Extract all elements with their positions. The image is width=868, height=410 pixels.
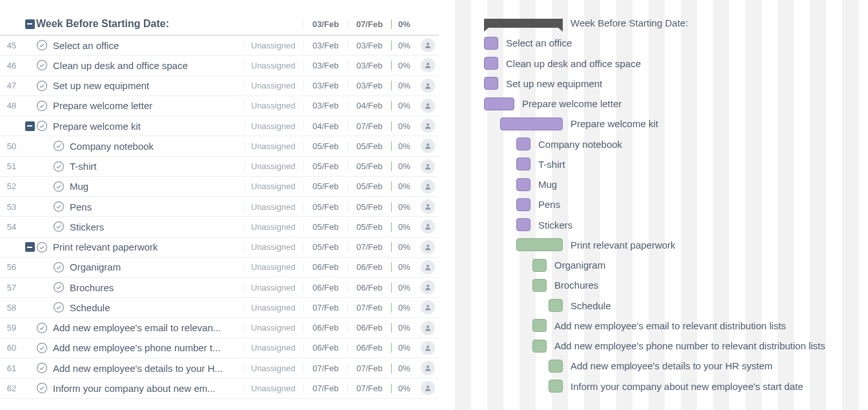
status-check-icon[interactable] [36, 342, 48, 354]
task-row[interactable]: 52MugUnassigned05/Feb05/Feb0% [0, 177, 439, 197]
gantt-bar[interactable] [532, 279, 547, 292]
gantt-bar[interactable] [516, 138, 530, 150]
task-name[interactable]: Mug [70, 181, 244, 192]
gantt-row[interactable]: Inform your company about new employee's… [439, 376, 868, 396]
start-date[interactable]: 06/Feb [303, 323, 347, 333]
status-check-icon[interactable] [36, 80, 48, 92]
task-row[interactable]: 57BrochuresUnassigned06/Feb06/Feb0% [0, 278, 439, 298]
status-check-icon[interactable] [36, 241, 48, 253]
status-check-icon[interactable] [53, 181, 65, 192]
gantt-row[interactable]: T-shirt [439, 154, 868, 174]
progress-cell[interactable]: 0% [391, 101, 417, 110]
status-check-icon[interactable] [36, 322, 48, 334]
gantt-row[interactable]: Company notebook [439, 134, 868, 154]
end-date[interactable]: 03/Feb [347, 61, 391, 70]
gantt-bar[interactable] [549, 380, 563, 393]
start-date[interactable]: 05/Feb [303, 222, 347, 232]
progress-cell[interactable]: 0% [391, 364, 417, 373]
end-date[interactable]: 04/Feb [347, 101, 391, 110]
assignee-avatar-icon[interactable] [421, 341, 435, 355]
gantt-row[interactable]: Schedule [439, 296, 868, 316]
gantt-row[interactable]: Pens [439, 194, 868, 214]
progress-cell[interactable]: 0% [391, 202, 417, 212]
task-row[interactable]: 46Clean up desk and office spaceUnassign… [0, 56, 439, 76]
gantt-bar[interactable] [532, 319, 547, 332]
status-check-icon[interactable] [53, 282, 65, 293]
progress-cell[interactable]: 0% [391, 181, 417, 191]
end-date[interactable]: 05/Feb [347, 181, 391, 191]
task-name[interactable]: Pens [70, 201, 244, 212]
assignee-cell[interactable]: Unassigned [244, 242, 303, 252]
start-date[interactable]: 05/Feb [303, 181, 347, 191]
section-header[interactable]: Week Before Starting Date: 03/Feb 07/Feb… [0, 13, 439, 36]
task-name[interactable]: Add new employee's phone number t... [53, 342, 244, 353]
assignee-avatar-icon[interactable] [421, 381, 435, 395]
progress-cell[interactable]: 0% [391, 81, 417, 90]
start-date[interactable]: 05/Feb [303, 161, 347, 171]
gantt-bar[interactable] [500, 118, 563, 130]
task-row[interactable]: 45Select an officeUnassigned03/Feb03/Feb… [0, 36, 439, 56]
gantt-bar[interactable] [484, 37, 498, 50]
start-date[interactable]: 06/Feb [303, 262, 347, 272]
progress-cell[interactable]: 0% [391, 323, 417, 333]
gantt-row[interactable]: Set up new equipment [439, 74, 868, 94]
assignee-cell[interactable]: Unassigned [244, 283, 303, 292]
status-check-icon[interactable] [36, 39, 48, 51]
status-check-icon[interactable] [36, 382, 48, 394]
assignee-avatar-icon[interactable] [421, 280, 435, 294]
status-check-icon[interactable] [53, 261, 65, 273]
gantt-row[interactable]: Add new employee's phone number to relev… [439, 336, 868, 356]
gantt-bar[interactable] [549, 299, 563, 312]
assignee-cell[interactable]: Unassigned [244, 202, 303, 212]
task-name[interactable]: Set up new equipment [53, 80, 244, 91]
gantt-bar[interactable] [484, 77, 498, 90]
gantt-bar[interactable] [532, 340, 547, 353]
end-date[interactable]: 07/Feb [347, 364, 391, 373]
task-row[interactable]: 58ScheduleUnassigned07/Feb07/Feb0% [0, 298, 439, 318]
gantt-bar[interactable] [516, 178, 530, 191]
start-date[interactable]: 03/Feb [303, 101, 347, 110]
gantt-row[interactable]: Prepare welcome kit [439, 114, 868, 134]
progress-cell[interactable]: 0% [391, 141, 417, 151]
task-row[interactable]: 61Add new employee's details to your H..… [0, 358, 439, 378]
assignee-cell[interactable]: Unassigned [244, 61, 303, 70]
task-row[interactable]: Print relevant paperworkUnassigned05/Feb… [0, 238, 439, 258]
start-date[interactable]: 07/Feb [303, 364, 347, 373]
gantt-bar[interactable] [549, 360, 563, 373]
progress-cell[interactable]: 0% [391, 41, 417, 50]
assignee-avatar-icon[interactable] [421, 58, 435, 72]
task-name[interactable]: Select an office [53, 40, 244, 51]
status-check-icon[interactable] [53, 201, 65, 212]
start-date[interactable]: 03/Feb [303, 41, 347, 50]
assignee-cell[interactable]: Unassigned [244, 343, 303, 353]
task-name[interactable]: Schedule [70, 302, 244, 313]
end-date[interactable]: 07/Feb [347, 242, 391, 252]
gantt-bar[interactable] [484, 97, 514, 110]
assignee-cell[interactable]: Unassigned [244, 161, 303, 171]
status-check-icon[interactable] [36, 120, 48, 132]
assignee-cell[interactable]: Unassigned [244, 81, 303, 90]
assignee-avatar-icon[interactable] [421, 200, 435, 214]
gantt-bar[interactable] [532, 259, 547, 272]
summary-bar[interactable] [484, 19, 563, 28]
end-date[interactable]: 03/Feb [347, 81, 391, 90]
assignee-avatar-icon[interactable] [421, 159, 435, 174]
status-check-icon[interactable] [36, 100, 48, 112]
task-name[interactable]: Add new employee's email to relevan... [53, 322, 244, 333]
start-date[interactable]: 07/Feb [303, 303, 347, 313]
assignee-cell[interactable]: Unassigned [244, 141, 303, 151]
progress-cell[interactable]: 0% [391, 384, 417, 393]
assignee-avatar-icon[interactable] [421, 99, 435, 113]
assignee-avatar-icon[interactable] [421, 321, 435, 335]
end-date[interactable]: 06/Feb [347, 343, 391, 353]
status-check-icon[interactable] [36, 59, 48, 71]
task-row[interactable]: Prepare welcome kitUnassigned04/Feb07/Fe… [0, 116, 439, 136]
assignee-cell[interactable]: Unassigned [244, 323, 303, 333]
assignee-cell[interactable]: Unassigned [244, 384, 303, 393]
start-date[interactable]: 05/Feb [303, 202, 347, 212]
start-date[interactable]: 03/Feb [303, 81, 347, 90]
gantt-bar[interactable] [516, 198, 530, 211]
gantt-row[interactable]: Add new employee's details to your HR sy… [439, 356, 868, 376]
start-date[interactable]: 04/Feb [303, 121, 347, 131]
task-name[interactable]: Print relevant paperwork [53, 241, 244, 252]
